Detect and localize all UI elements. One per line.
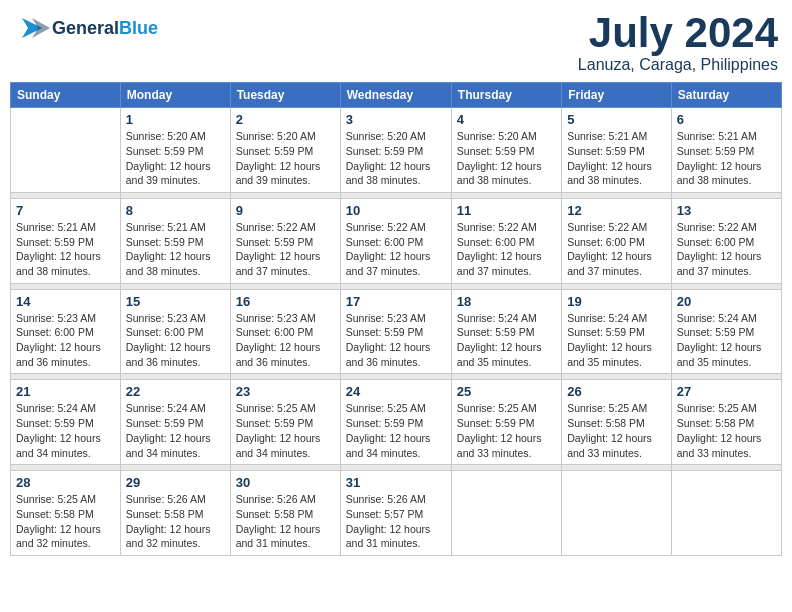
day-number: 13 (677, 203, 776, 218)
day-number: 27 (677, 384, 776, 399)
day-cell: 28Sunrise: 5:25 AMSunset: 5:58 PMDayligh… (11, 471, 121, 556)
day-info: Sunrise: 5:24 AMSunset: 5:59 PMDaylight:… (126, 401, 225, 460)
day-number: 22 (126, 384, 225, 399)
day-cell: 10Sunrise: 5:22 AMSunset: 6:00 PMDayligh… (340, 198, 451, 283)
day-number: 25 (457, 384, 556, 399)
day-cell: 2Sunrise: 5:20 AMSunset: 5:59 PMDaylight… (230, 108, 340, 193)
title-block: July 2024 Lanuza, Caraga, Philippines (578, 10, 778, 74)
logo-general-text: General (52, 18, 119, 38)
header-sunday: Sunday (11, 83, 121, 108)
day-cell: 8Sunrise: 5:21 AMSunset: 5:59 PMDaylight… (120, 198, 230, 283)
calendar-table: SundayMondayTuesdayWednesdayThursdayFrid… (10, 82, 782, 556)
day-number: 15 (126, 294, 225, 309)
logo-icon (14, 10, 50, 46)
day-cell: 31Sunrise: 5:26 AMSunset: 5:57 PMDayligh… (340, 471, 451, 556)
day-info: Sunrise: 5:21 AMSunset: 5:59 PMDaylight:… (126, 220, 225, 279)
day-info: Sunrise: 5:20 AMSunset: 5:59 PMDaylight:… (457, 129, 556, 188)
day-number: 21 (16, 384, 115, 399)
day-info: Sunrise: 5:20 AMSunset: 5:59 PMDaylight:… (236, 129, 335, 188)
day-number: 4 (457, 112, 556, 127)
day-info: Sunrise: 5:25 AMSunset: 5:59 PMDaylight:… (236, 401, 335, 460)
day-number: 23 (236, 384, 335, 399)
calendar-header-row: SundayMondayTuesdayWednesdayThursdayFrid… (11, 83, 782, 108)
page-header: GeneralBlue July 2024 Lanuza, Caraga, Ph… (10, 10, 782, 74)
day-number: 7 (16, 203, 115, 218)
day-info: Sunrise: 5:22 AMSunset: 6:00 PMDaylight:… (346, 220, 446, 279)
day-info: Sunrise: 5:23 AMSunset: 6:00 PMDaylight:… (16, 311, 115, 370)
day-cell: 9Sunrise: 5:22 AMSunset: 5:59 PMDaylight… (230, 198, 340, 283)
day-cell: 29Sunrise: 5:26 AMSunset: 5:58 PMDayligh… (120, 471, 230, 556)
day-info: Sunrise: 5:22 AMSunset: 6:00 PMDaylight:… (677, 220, 776, 279)
day-cell (451, 471, 561, 556)
logo: GeneralBlue (14, 10, 158, 46)
day-number: 17 (346, 294, 446, 309)
day-number: 2 (236, 112, 335, 127)
day-number: 28 (16, 475, 115, 490)
day-cell (562, 471, 672, 556)
day-info: Sunrise: 5:26 AMSunset: 5:57 PMDaylight:… (346, 492, 446, 551)
day-info: Sunrise: 5:20 AMSunset: 5:59 PMDaylight:… (126, 129, 225, 188)
day-cell: 21Sunrise: 5:24 AMSunset: 5:59 PMDayligh… (11, 380, 121, 465)
day-number: 10 (346, 203, 446, 218)
day-cell: 3Sunrise: 5:20 AMSunset: 5:59 PMDaylight… (340, 108, 451, 193)
day-cell: 13Sunrise: 5:22 AMSunset: 6:00 PMDayligh… (671, 198, 781, 283)
day-info: Sunrise: 5:23 AMSunset: 5:59 PMDaylight:… (346, 311, 446, 370)
day-info: Sunrise: 5:24 AMSunset: 5:59 PMDaylight:… (16, 401, 115, 460)
day-cell: 14Sunrise: 5:23 AMSunset: 6:00 PMDayligh… (11, 289, 121, 374)
day-cell: 1Sunrise: 5:20 AMSunset: 5:59 PMDaylight… (120, 108, 230, 193)
day-cell: 26Sunrise: 5:25 AMSunset: 5:58 PMDayligh… (562, 380, 672, 465)
week-row-4: 21Sunrise: 5:24 AMSunset: 5:59 PMDayligh… (11, 380, 782, 465)
day-cell: 19Sunrise: 5:24 AMSunset: 5:59 PMDayligh… (562, 289, 672, 374)
header-tuesday: Tuesday (230, 83, 340, 108)
week-row-1: 1Sunrise: 5:20 AMSunset: 5:59 PMDaylight… (11, 108, 782, 193)
day-cell: 4Sunrise: 5:20 AMSunset: 5:59 PMDaylight… (451, 108, 561, 193)
day-cell: 30Sunrise: 5:26 AMSunset: 5:58 PMDayligh… (230, 471, 340, 556)
day-info: Sunrise: 5:25 AMSunset: 5:59 PMDaylight:… (457, 401, 556, 460)
day-number: 12 (567, 203, 666, 218)
day-number: 20 (677, 294, 776, 309)
day-cell: 7Sunrise: 5:21 AMSunset: 5:59 PMDaylight… (11, 198, 121, 283)
day-cell: 15Sunrise: 5:23 AMSunset: 6:00 PMDayligh… (120, 289, 230, 374)
day-cell: 22Sunrise: 5:24 AMSunset: 5:59 PMDayligh… (120, 380, 230, 465)
header-friday: Friday (562, 83, 672, 108)
day-info: Sunrise: 5:24 AMSunset: 5:59 PMDaylight:… (567, 311, 666, 370)
day-cell: 17Sunrise: 5:23 AMSunset: 5:59 PMDayligh… (340, 289, 451, 374)
day-cell: 5Sunrise: 5:21 AMSunset: 5:59 PMDaylight… (562, 108, 672, 193)
day-number: 9 (236, 203, 335, 218)
day-number: 16 (236, 294, 335, 309)
day-cell: 12Sunrise: 5:22 AMSunset: 6:00 PMDayligh… (562, 198, 672, 283)
header-thursday: Thursday (451, 83, 561, 108)
day-number: 31 (346, 475, 446, 490)
day-info: Sunrise: 5:20 AMSunset: 5:59 PMDaylight:… (346, 129, 446, 188)
day-number: 30 (236, 475, 335, 490)
day-info: Sunrise: 5:21 AMSunset: 5:59 PMDaylight:… (567, 129, 666, 188)
day-number: 14 (16, 294, 115, 309)
day-info: Sunrise: 5:23 AMSunset: 6:00 PMDaylight:… (126, 311, 225, 370)
day-info: Sunrise: 5:24 AMSunset: 5:59 PMDaylight:… (457, 311, 556, 370)
day-cell: 11Sunrise: 5:22 AMSunset: 6:00 PMDayligh… (451, 198, 561, 283)
day-info: Sunrise: 5:23 AMSunset: 6:00 PMDaylight:… (236, 311, 335, 370)
day-info: Sunrise: 5:26 AMSunset: 5:58 PMDaylight:… (126, 492, 225, 551)
day-info: Sunrise: 5:25 AMSunset: 5:58 PMDaylight:… (16, 492, 115, 551)
header-saturday: Saturday (671, 83, 781, 108)
day-info: Sunrise: 5:25 AMSunset: 5:59 PMDaylight:… (346, 401, 446, 460)
day-info: Sunrise: 5:22 AMSunset: 5:59 PMDaylight:… (236, 220, 335, 279)
day-cell: 24Sunrise: 5:25 AMSunset: 5:59 PMDayligh… (340, 380, 451, 465)
week-row-5: 28Sunrise: 5:25 AMSunset: 5:58 PMDayligh… (11, 471, 782, 556)
week-row-2: 7Sunrise: 5:21 AMSunset: 5:59 PMDaylight… (11, 198, 782, 283)
day-info: Sunrise: 5:22 AMSunset: 6:00 PMDaylight:… (457, 220, 556, 279)
day-number: 29 (126, 475, 225, 490)
day-number: 11 (457, 203, 556, 218)
day-number: 6 (677, 112, 776, 127)
day-info: Sunrise: 5:22 AMSunset: 6:00 PMDaylight:… (567, 220, 666, 279)
day-cell: 25Sunrise: 5:25 AMSunset: 5:59 PMDayligh… (451, 380, 561, 465)
day-cell: 16Sunrise: 5:23 AMSunset: 6:00 PMDayligh… (230, 289, 340, 374)
month-title: July 2024 (578, 10, 778, 56)
day-number: 1 (126, 112, 225, 127)
day-info: Sunrise: 5:24 AMSunset: 5:59 PMDaylight:… (677, 311, 776, 370)
day-number: 18 (457, 294, 556, 309)
day-number: 5 (567, 112, 666, 127)
day-cell: 18Sunrise: 5:24 AMSunset: 5:59 PMDayligh… (451, 289, 561, 374)
day-cell: 23Sunrise: 5:25 AMSunset: 5:59 PMDayligh… (230, 380, 340, 465)
day-info: Sunrise: 5:25 AMSunset: 5:58 PMDaylight:… (567, 401, 666, 460)
